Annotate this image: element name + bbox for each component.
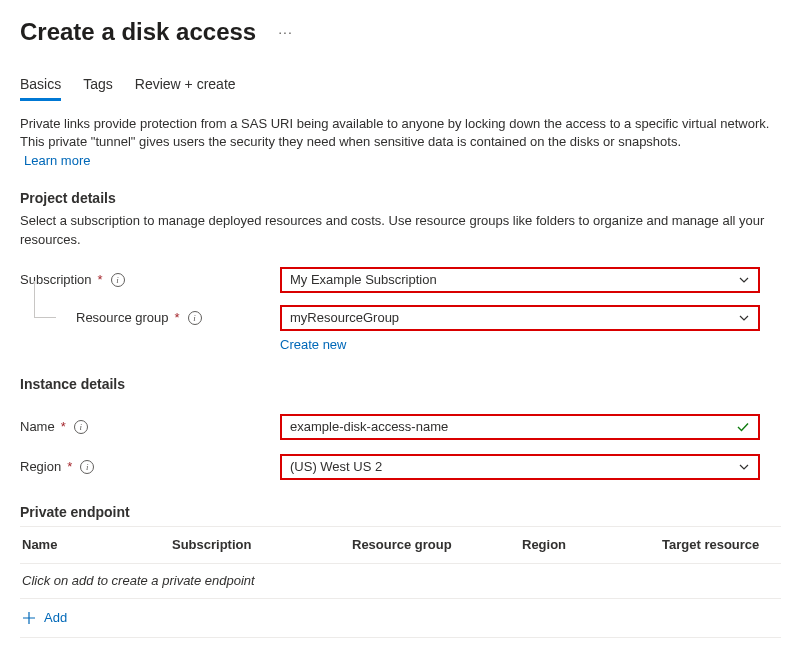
page-header: Create a disk access ··· [20, 18, 781, 46]
learn-more-link[interactable]: Learn more [24, 153, 90, 168]
region-label: Region [20, 459, 61, 474]
resource-group-label: Resource group [76, 310, 169, 325]
region-select[interactable]: (US) West US 2 [280, 454, 760, 480]
subscription-row: Subscription * i My Example Subscription [20, 267, 781, 293]
tab-tags[interactable]: Tags [83, 76, 113, 101]
col-target-resource: Target resource [662, 537, 779, 552]
add-endpoint-button[interactable]: Add [20, 599, 781, 638]
name-input[interactable]: example-disk-access-name [280, 414, 760, 440]
private-endpoint-heading: Private endpoint [20, 504, 781, 520]
more-actions-icon[interactable]: ··· [278, 24, 293, 40]
chevron-down-icon [738, 312, 750, 324]
subscription-label: Subscription [20, 272, 92, 287]
page-title: Create a disk access [20, 18, 256, 46]
name-row: Name * i example-disk-access-name [20, 414, 781, 440]
endpoint-table: Name Subscription Resource group Region … [20, 526, 781, 638]
required-marker: * [61, 419, 66, 434]
col-subscription: Subscription [172, 537, 352, 552]
info-icon[interactable]: i [188, 311, 202, 325]
tab-review-create[interactable]: Review + create [135, 76, 236, 101]
name-label: Name [20, 419, 55, 434]
resource-group-select[interactable]: myResourceGroup [280, 305, 760, 331]
col-name: Name [22, 537, 172, 552]
required-marker: * [175, 310, 180, 325]
required-marker: * [67, 459, 72, 474]
tree-connector-icon [20, 303, 72, 333]
region-row: Region * i (US) West US 2 [20, 454, 781, 480]
tabs-bar: Basics Tags Review + create [20, 76, 781, 101]
add-label: Add [44, 610, 67, 625]
endpoint-empty-state: Click on add to create a private endpoin… [20, 564, 781, 599]
instance-details-heading: Instance details [20, 376, 781, 392]
region-value: (US) West US 2 [290, 459, 382, 474]
table-header: Name Subscription Resource group Region … [20, 527, 781, 564]
checkmark-icon [736, 420, 750, 434]
project-details-heading: Project details [20, 190, 781, 206]
disk-access-create-page: Create a disk access ··· Basics Tags Rev… [0, 0, 801, 638]
chevron-down-icon [738, 274, 750, 286]
resource-group-row: Resource group * i myResourceGroup [20, 303, 781, 333]
tab-basics[interactable]: Basics [20, 76, 61, 101]
subscription-select[interactable]: My Example Subscription [280, 267, 760, 293]
col-resource-group: Resource group [352, 537, 522, 552]
chevron-down-icon [738, 461, 750, 473]
project-details-desc: Select a subscription to manage deployed… [20, 212, 780, 248]
required-marker: * [98, 272, 103, 287]
info-icon[interactable]: i [80, 460, 94, 474]
name-value: example-disk-access-name [290, 419, 448, 434]
info-icon[interactable]: i [111, 273, 125, 287]
col-region: Region [522, 537, 662, 552]
create-new-rg-link[interactable]: Create new [280, 337, 346, 352]
resource-group-value: myResourceGroup [290, 310, 399, 325]
subscription-value: My Example Subscription [290, 272, 437, 287]
intro-text: Private links provide protection from a … [20, 115, 780, 151]
info-icon[interactable]: i [74, 420, 88, 434]
plus-icon [22, 611, 36, 625]
